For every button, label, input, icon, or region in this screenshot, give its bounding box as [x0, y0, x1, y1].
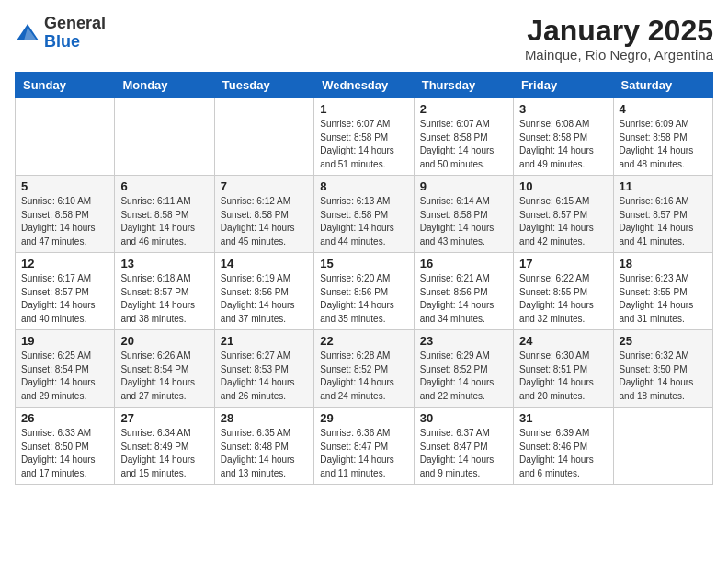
day-number: 4	[620, 102, 707, 116]
day-number: 10	[519, 179, 607, 193]
day-cell: 21Sunrise: 6:27 AMSunset: 8:53 PMDayligh…	[214, 330, 313, 408]
day-cell: 18Sunrise: 6:23 AMSunset: 8:55 PMDayligh…	[613, 253, 712, 330]
day-cell: 19Sunrise: 6:25 AMSunset: 8:54 PMDayligh…	[16, 330, 115, 408]
day-info: Sunrise: 6:32 AMSunset: 8:50 PMDaylight:…	[620, 350, 707, 403]
day-info: Sunrise: 6:07 AMSunset: 8:58 PMDaylight:…	[320, 118, 407, 171]
day-number: 30	[420, 411, 507, 425]
week-row-1: 1Sunrise: 6:07 AMSunset: 8:58 PMDaylight…	[16, 98, 713, 176]
day-info: Sunrise: 6:37 AMSunset: 8:47 PMDaylight:…	[420, 427, 507, 480]
day-info: Sunrise: 6:09 AMSunset: 8:58 PMDaylight:…	[620, 118, 707, 171]
day-info: Sunrise: 6:17 AMSunset: 8:57 PMDaylight:…	[21, 272, 108, 326]
day-number: 21	[221, 334, 308, 348]
day-cell: 24Sunrise: 6:30 AMSunset: 8:51 PMDayligh…	[514, 330, 613, 408]
day-number: 7	[221, 179, 308, 193]
weekday-header-row: SundayMondayTuesdayWednesdayThursdayFrid…	[16, 73, 713, 98]
day-info: Sunrise: 6:20 AMSunset: 8:56 PMDaylight:…	[320, 272, 407, 326]
day-cell	[214, 98, 313, 176]
day-cell	[613, 408, 712, 485]
day-info: Sunrise: 6:36 AMSunset: 8:47 PMDaylight:…	[320, 427, 407, 480]
day-cell: 16Sunrise: 6:21 AMSunset: 8:56 PMDayligh…	[414, 253, 513, 330]
calendar-table: SundayMondayTuesdayWednesdayThursdayFrid…	[15, 72, 713, 485]
week-row-5: 26Sunrise: 6:33 AMSunset: 8:50 PMDayligh…	[16, 408, 713, 485]
day-number: 15	[320, 257, 407, 270]
day-info: Sunrise: 6:14 AMSunset: 8:58 PMDaylight:…	[420, 195, 507, 248]
day-cell: 3Sunrise: 6:08 AMSunset: 8:58 PMDaylight…	[514, 98, 613, 176]
weekday-header-monday: Monday	[115, 73, 214, 98]
day-info: Sunrise: 6:11 AMSunset: 8:58 PMDaylight:…	[120, 195, 208, 248]
logo: General Blue	[15, 15, 106, 52]
day-info: Sunrise: 6:26 AMSunset: 8:54 PMDaylight:…	[120, 350, 208, 403]
day-cell: 27Sunrise: 6:34 AMSunset: 8:49 PMDayligh…	[115, 408, 214, 485]
weekday-header-tuesday: Tuesday	[214, 73, 313, 98]
day-info: Sunrise: 6:39 AMSunset: 8:46 PMDaylight:…	[519, 427, 607, 480]
day-number: 27	[120, 411, 208, 425]
day-cell: 20Sunrise: 6:26 AMSunset: 8:54 PMDayligh…	[115, 330, 214, 408]
logo-icon	[15, 20, 40, 46]
day-cell: 10Sunrise: 6:15 AMSunset: 8:57 PMDayligh…	[514, 176, 613, 253]
day-cell: 5Sunrise: 6:10 AMSunset: 8:58 PMDaylight…	[16, 176, 115, 253]
day-info: Sunrise: 6:16 AMSunset: 8:57 PMDaylight:…	[620, 195, 707, 248]
day-info: Sunrise: 6:13 AMSunset: 8:58 PMDaylight:…	[320, 195, 407, 248]
day-info: Sunrise: 6:30 AMSunset: 8:51 PMDaylight:…	[519, 350, 607, 403]
day-cell: 26Sunrise: 6:33 AMSunset: 8:50 PMDayligh…	[16, 408, 115, 485]
day-info: Sunrise: 6:15 AMSunset: 8:57 PMDaylight:…	[519, 195, 607, 248]
weekday-header-wednesday: Wednesday	[314, 73, 414, 98]
calendar-title: January 2025	[525, 15, 713, 47]
day-info: Sunrise: 6:33 AMSunset: 8:50 PMDaylight:…	[21, 427, 108, 480]
day-cell: 31Sunrise: 6:39 AMSunset: 8:46 PMDayligh…	[514, 408, 613, 485]
day-cell: 17Sunrise: 6:22 AMSunset: 8:55 PMDayligh…	[514, 253, 613, 330]
day-number: 6	[120, 179, 208, 193]
day-info: Sunrise: 6:12 AMSunset: 8:58 PMDaylight:…	[221, 195, 308, 248]
day-number: 31	[519, 411, 607, 425]
day-info: Sunrise: 6:35 AMSunset: 8:48 PMDaylight:…	[221, 427, 308, 480]
day-number: 11	[620, 179, 707, 193]
day-number: 1	[320, 102, 407, 116]
calendar-subtitle: Mainque, Rio Negro, Argentina	[525, 47, 713, 63]
day-cell: 9Sunrise: 6:14 AMSunset: 8:58 PMDaylight…	[414, 176, 513, 253]
day-cell: 22Sunrise: 6:28 AMSunset: 8:52 PMDayligh…	[314, 330, 414, 408]
day-cell: 15Sunrise: 6:20 AMSunset: 8:56 PMDayligh…	[314, 253, 414, 330]
day-info: Sunrise: 6:25 AMSunset: 8:54 PMDaylight:…	[21, 350, 108, 403]
weekday-header-sunday: Sunday	[16, 73, 115, 98]
day-number: 9	[420, 179, 507, 193]
day-info: Sunrise: 6:07 AMSunset: 8:58 PMDaylight:…	[420, 118, 507, 171]
day-cell: 29Sunrise: 6:36 AMSunset: 8:47 PMDayligh…	[314, 408, 414, 485]
day-cell: 6Sunrise: 6:11 AMSunset: 8:58 PMDaylight…	[115, 176, 214, 253]
page-header: General Blue January 2025 Mainque, Rio N…	[15, 15, 713, 63]
day-number: 24	[519, 334, 607, 348]
day-number: 19	[21, 334, 108, 348]
day-number: 20	[120, 334, 208, 348]
day-number: 22	[320, 334, 407, 348]
day-info: Sunrise: 6:18 AMSunset: 8:57 PMDaylight:…	[120, 272, 208, 326]
week-row-3: 12Sunrise: 6:17 AMSunset: 8:57 PMDayligh…	[16, 253, 713, 330]
day-cell: 28Sunrise: 6:35 AMSunset: 8:48 PMDayligh…	[214, 408, 313, 485]
day-info: Sunrise: 6:21 AMSunset: 8:56 PMDaylight:…	[420, 272, 507, 326]
day-cell: 7Sunrise: 6:12 AMSunset: 8:58 PMDaylight…	[214, 176, 313, 253]
weekday-header-saturday: Saturday	[613, 73, 712, 98]
weekday-header-friday: Friday	[514, 73, 613, 98]
week-row-2: 5Sunrise: 6:10 AMSunset: 8:58 PMDaylight…	[16, 176, 713, 253]
day-cell: 11Sunrise: 6:16 AMSunset: 8:57 PMDayligh…	[613, 176, 712, 253]
day-number: 29	[320, 411, 407, 425]
day-number: 18	[620, 257, 707, 270]
day-info: Sunrise: 6:34 AMSunset: 8:49 PMDaylight:…	[120, 427, 208, 480]
day-cell: 13Sunrise: 6:18 AMSunset: 8:57 PMDayligh…	[115, 253, 214, 330]
day-number: 14	[221, 257, 308, 270]
day-cell: 8Sunrise: 6:13 AMSunset: 8:58 PMDaylight…	[314, 176, 414, 253]
day-cell: 25Sunrise: 6:32 AMSunset: 8:50 PMDayligh…	[613, 330, 712, 408]
day-cell: 30Sunrise: 6:37 AMSunset: 8:47 PMDayligh…	[414, 408, 513, 485]
day-cell: 23Sunrise: 6:29 AMSunset: 8:52 PMDayligh…	[414, 330, 513, 408]
day-number: 28	[221, 411, 308, 425]
day-number: 23	[420, 334, 507, 348]
day-cell: 1Sunrise: 6:07 AMSunset: 8:58 PMDaylight…	[314, 98, 414, 176]
day-cell: 4Sunrise: 6:09 AMSunset: 8:58 PMDaylight…	[613, 98, 712, 176]
day-number: 12	[21, 257, 108, 270]
day-info: Sunrise: 6:28 AMSunset: 8:52 PMDaylight:…	[320, 350, 407, 403]
day-number: 8	[320, 179, 407, 193]
day-cell: 2Sunrise: 6:07 AMSunset: 8:58 PMDaylight…	[414, 98, 513, 176]
day-cell	[16, 98, 115, 176]
day-info: Sunrise: 6:19 AMSunset: 8:56 PMDaylight:…	[221, 272, 308, 326]
logo-text: General Blue	[44, 15, 106, 52]
day-info: Sunrise: 6:22 AMSunset: 8:55 PMDaylight:…	[519, 272, 607, 326]
week-row-4: 19Sunrise: 6:25 AMSunset: 8:54 PMDayligh…	[16, 330, 713, 408]
